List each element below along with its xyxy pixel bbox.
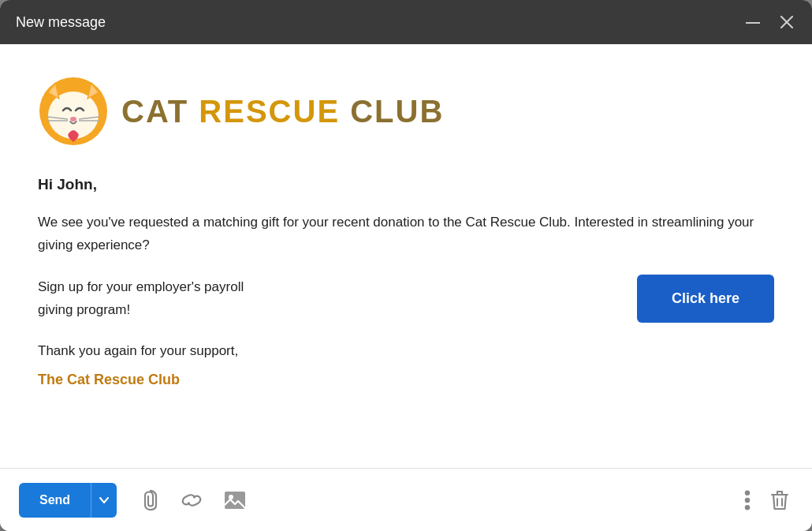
titlebar: New message [0, 0, 812, 44]
logo-area: Cat Rescue Club [38, 76, 774, 147]
logo-rescue: Rescue [199, 94, 350, 129]
logo-text: Cat Rescue Club [121, 94, 444, 129]
attach-button[interactable] [139, 487, 162, 514]
image-button[interactable] [221, 488, 249, 513]
link-button[interactable] [178, 489, 205, 511]
svg-rect-0 [746, 22, 760, 24]
email-body: Hi John, We see you've requested a match… [38, 172, 774, 392]
more-options-button[interactable] [741, 487, 754, 514]
toolbar-icons [139, 487, 249, 514]
logo-cat: Cat [121, 94, 199, 129]
minimize-button[interactable] [743, 18, 763, 27]
toolbar-right [741, 486, 793, 514]
titlebar-controls [743, 13, 796, 32]
email-greeting: Hi John, [38, 172, 774, 197]
send-button[interactable]: Send [19, 483, 91, 518]
svg-point-16 [745, 490, 751, 495]
window-title: New message [16, 14, 743, 31]
click-here-button[interactable]: Click here [637, 275, 774, 323]
logo-club: Club [350, 94, 444, 129]
svg-rect-14 [225, 492, 245, 509]
send-dropdown-button[interactable] [91, 483, 117, 518]
compose-toolbar: Send [0, 468, 812, 531]
email-content: Cat Rescue Club Hi John, We see you've r… [0, 44, 812, 468]
cta-text-line2: giving program! [38, 302, 130, 317]
email-signature: The Cat Rescue Club [38, 368, 774, 392]
svg-point-9 [70, 117, 76, 122]
send-group: Send [19, 483, 117, 518]
close-button[interactable] [777, 13, 796, 32]
cat-logo [38, 76, 109, 147]
email-compose-window: New message [0, 0, 812, 531]
cta-text-line1: Sign up for your employer's payroll [38, 279, 244, 294]
svg-point-17 [745, 497, 751, 503]
email-paragraph1: We see you've requested a matching gift … [38, 211, 774, 257]
cta-text: Sign up for your employer's payroll givi… [38, 276, 637, 322]
email-closing: Thank you again for your support, [38, 340, 774, 363]
svg-point-18 [745, 505, 751, 510]
cta-row: Sign up for your employer's payroll givi… [38, 275, 774, 323]
delete-button[interactable] [766, 486, 793, 514]
svg-point-15 [229, 495, 233, 499]
